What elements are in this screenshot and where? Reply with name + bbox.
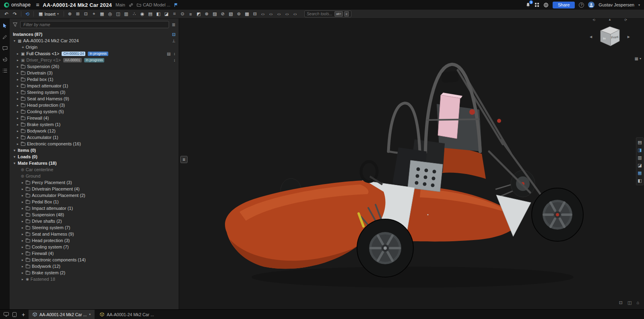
chevron-right-icon[interactable]: ▸ bbox=[21, 220, 24, 223]
search-tools-box[interactable]: alt+ c bbox=[304, 10, 351, 17]
front-right-wheel[interactable] bbox=[495, 170, 535, 197]
frame-icon[interactable]: ▨ bbox=[211, 10, 219, 18]
interference-icon[interactable]: ⊗ bbox=[203, 10, 211, 18]
tablet-icon[interactable] bbox=[11, 311, 18, 318]
capture-icon[interactable]: ⊡ bbox=[619, 300, 623, 305]
chevron-right-icon[interactable]: ▸ bbox=[16, 84, 19, 88]
car-3d-model[interactable] bbox=[179, 19, 644, 309]
tree-item[interactable]: ▸Drivetrain Placement (4) bbox=[10, 186, 179, 192]
bom-table-icon[interactable]: ≡ bbox=[187, 10, 194, 18]
chevron-right-icon[interactable]: ▸ bbox=[21, 239, 24, 242]
view-right-arrow-icon[interactable]: ▶ bbox=[627, 35, 630, 39]
chevron-right-icon[interactable]: ▸ bbox=[21, 258, 24, 262]
graphics-viewport[interactable]: ⟲ ⟳ ▲ ◀ ▶ In Front ▦ ▾ ≣ ▤◨▥◪▦◧ ⊡◫⌂ bbox=[179, 19, 644, 309]
link-icon[interactable] bbox=[129, 3, 133, 7]
user-menu-caret-icon[interactable]: ▾ bbox=[638, 3, 640, 7]
chevron-right-icon[interactable]: ▸ bbox=[16, 65, 19, 68]
tree-item[interactable]: ▸Accumulator Placement (2) bbox=[10, 192, 179, 199]
select-cursor-icon[interactable] bbox=[2, 23, 8, 29]
anchor-icon[interactable]: ⊥ bbox=[172, 39, 175, 43]
chevron-right-icon[interactable]: ▸ bbox=[21, 278, 24, 281]
circular-pattern-icon[interactable]: ◎ bbox=[106, 10, 114, 18]
tube-icon[interactable]: ⊘ bbox=[219, 10, 227, 18]
dof-indicator-icon[interactable]: ↕ bbox=[173, 52, 175, 56]
chevron-right-icon[interactable]: ▸ bbox=[21, 213, 24, 217]
chevron-right-icon[interactable]: ▸ bbox=[16, 91, 19, 94]
appearance-icon[interactable]: ◩ bbox=[195, 10, 202, 18]
user-avatar[interactable] bbox=[588, 2, 594, 8]
chevron-right-icon[interactable]: ▸ bbox=[21, 232, 24, 236]
tree-item-full-chassis[interactable]: ▸ ▣ Full Chassis <1> CH-00001-24 In prog… bbox=[10, 50, 179, 57]
linear-pattern-icon[interactable]: ▦ bbox=[98, 10, 106, 18]
snapshot-icon[interactable]: ◉ bbox=[138, 10, 146, 18]
tree-item[interactable]: ▸Bodywork (12) bbox=[10, 128, 179, 134]
workspace-breadcrumb[interactable]: CAD Model ... bbox=[137, 2, 170, 7]
tab-part-studio[interactable]: AA-A0001-24 Mk2 Car ... bbox=[96, 310, 158, 319]
items-section-header[interactable]: ▾ Items (0) bbox=[10, 147, 179, 153]
slider-mate-icon[interactable]: ○ bbox=[275, 10, 283, 18]
view-cube[interactable]: ⟲ ⟳ ▲ ◀ ▶ In Front bbox=[595, 23, 625, 52]
tree-item-root-assembly[interactable]: ▾ ▦ AA-A0001-24 Mk2 Car 2024 ⊥ bbox=[10, 37, 179, 44]
chevron-right-icon[interactable]: ▸ bbox=[16, 104, 19, 107]
popout-panel-icon[interactable]: ⊡ bbox=[172, 32, 175, 37]
tree-item[interactable]: ▸Firewall (4) bbox=[10, 115, 179, 121]
explode-view-icon[interactable]: ∴ bbox=[130, 10, 138, 18]
tree-item[interactable]: ▸Accumulator (1) bbox=[10, 134, 179, 141]
tree-item[interactable]: ▸Brake system (1) bbox=[10, 121, 179, 128]
replicate-icon[interactable]: ▥ bbox=[122, 10, 130, 18]
fix-icon[interactable]: ⊡ bbox=[82, 10, 90, 18]
tree-item[interactable]: ▸Steering system (7) bbox=[10, 224, 179, 231]
tree-item[interactable]: ▸Seat and Harness (9) bbox=[10, 231, 179, 237]
group-icon[interactable]: ⊞ bbox=[74, 10, 82, 18]
onshape-logo[interactable]: onshape bbox=[4, 2, 31, 8]
chevron-right-icon[interactable]: ▸ bbox=[21, 200, 24, 204]
chevron-right-icon[interactable]: ▸ bbox=[16, 110, 19, 114]
properties-panel-icon[interactable]: ▦ bbox=[637, 170, 643, 176]
mate-icon[interactable]: ⊕ bbox=[66, 10, 74, 18]
tree-item[interactable]: ▸Electronic components (16) bbox=[10, 141, 179, 147]
sketch-pencil-icon[interactable] bbox=[2, 34, 8, 40]
turntable-icon[interactable]: ◫ bbox=[627, 300, 632, 305]
status-badge[interactable]: In progress bbox=[84, 58, 105, 62]
add-tab-button[interactable]: + bbox=[19, 311, 27, 319]
tree-item[interactable]: ▸Bodywork (12) bbox=[10, 263, 179, 269]
globe-language-icon[interactable] bbox=[543, 2, 549, 8]
chevron-right-icon[interactable]: ▸ bbox=[21, 226, 24, 230]
chevron-right-icon[interactable]: ▸ bbox=[21, 194, 24, 197]
loads-section-header[interactable]: ▾ Loads (0) bbox=[10, 153, 179, 160]
bom-item-icon[interactable]: ▤ bbox=[167, 52, 171, 56]
panel-resize-handle[interactable]: ≣ bbox=[180, 156, 188, 163]
tree-item[interactable]: ▸Drive shafts (2) bbox=[10, 218, 179, 224]
dof-indicator-icon[interactable]: ↕ bbox=[173, 58, 175, 62]
rear-right-wheel[interactable] bbox=[532, 188, 583, 241]
undo-button[interactable]: ↶ bbox=[2, 10, 10, 18]
chevron-right-icon[interactable]: ▸ bbox=[21, 187, 24, 191]
cylindrical-mate-icon[interactable]: ○ bbox=[283, 10, 291, 18]
chevron-down-icon[interactable]: ▾ bbox=[13, 155, 16, 159]
hole-icon[interactable]: ⊚ bbox=[235, 10, 243, 18]
tree-item[interactable]: ▸Suspension (26) bbox=[10, 63, 179, 70]
mirror-icon[interactable]: ◫ bbox=[114, 10, 122, 18]
desktop-icon[interactable] bbox=[2, 311, 10, 318]
tree-item[interactable]: ▸Firewall (4) bbox=[10, 250, 179, 257]
parts-panel-icon[interactable]: ▤ bbox=[637, 139, 643, 145]
instances-header[interactable]: Instances (87) ⊡ bbox=[10, 31, 179, 37]
chevron-down-icon[interactable]: ▾ bbox=[13, 162, 16, 165]
display-states-icon[interactable]: ◧ bbox=[155, 10, 162, 18]
chevron-right-icon[interactable]: ▸ bbox=[16, 142, 19, 146]
tree-item[interactable]: ▸Percy Placement (3) bbox=[10, 179, 179, 186]
chevron-down-icon[interactable]: ▾ bbox=[13, 39, 16, 43]
chevron-right-icon[interactable]: ▸ bbox=[16, 129, 19, 133]
chevron-right-icon[interactable]: ▸ bbox=[21, 181, 24, 184]
tree-item[interactable]: ◎Ground bbox=[10, 173, 179, 179]
revolute-mate-icon[interactable]: ○ bbox=[267, 10, 275, 18]
view-up-arrow-icon[interactable]: ▲ bbox=[608, 19, 611, 21]
tab-caret-icon[interactable]: ▾ bbox=[89, 313, 91, 316]
chevron-right-icon[interactable]: ▸ bbox=[21, 245, 24, 249]
front-left-wheel[interactable] bbox=[357, 219, 413, 277]
feature-list-icon[interactable] bbox=[2, 68, 8, 74]
branch-label[interactable]: Main bbox=[116, 2, 125, 7]
tree-item[interactable]: ▸Pedal Box (1) bbox=[10, 199, 179, 205]
display-panel-icon[interactable]: ▥ bbox=[637, 155, 643, 160]
filter-input[interactable] bbox=[23, 22, 166, 27]
